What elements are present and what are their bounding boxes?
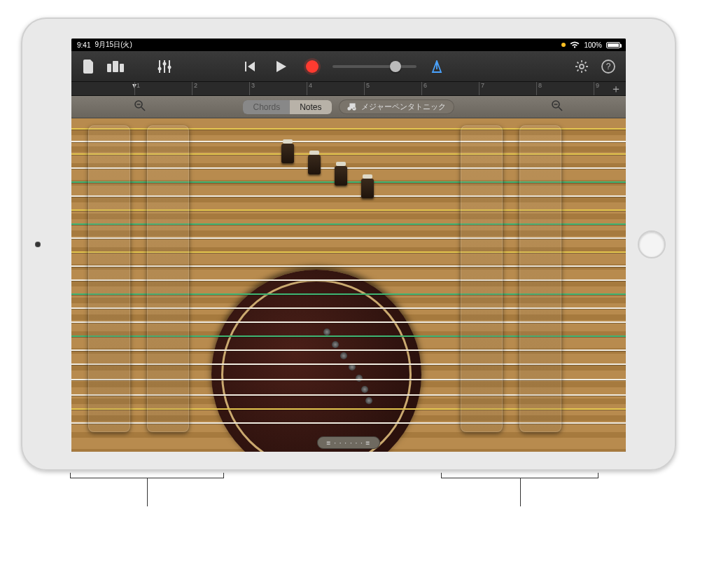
string-bridge <box>335 166 347 186</box>
string-bridge <box>281 144 294 163</box>
svg-point-5 <box>168 65 172 69</box>
svg-text:?: ? <box>606 62 611 71</box>
ruler-tick: 5 <box>364 82 370 95</box>
note-touch-column-left[interactable] <box>88 125 130 432</box>
metronome-button[interactable] <box>426 56 447 77</box>
svg-rect-0 <box>107 64 111 72</box>
track-controls-button[interactable] <box>154 56 175 77</box>
ruler-tick: 9 <box>594 82 599 95</box>
ruler-tick: 7 <box>479 82 484 95</box>
help-button[interactable]: ? <box>598 56 619 77</box>
svg-line-13 <box>559 107 562 111</box>
ruler-tick: 3 <box>249 82 255 95</box>
tuning-pin <box>332 341 339 348</box>
tuning-pin <box>356 375 363 382</box>
status-time: 9:41 <box>77 41 90 49</box>
svg-point-6 <box>580 64 584 69</box>
record-button[interactable] <box>302 56 323 77</box>
ruler-tick: 1 <box>134 82 140 95</box>
string-bridge <box>361 179 374 198</box>
ruler-tick: 2 <box>192 82 197 95</box>
callout-right-bracket <box>441 478 598 492</box>
settings-button[interactable] <box>571 56 592 77</box>
battery-percentage: 100% <box>584 41 602 49</box>
ruler-tick: 4 <box>307 82 312 95</box>
go-to-beginning-button[interactable] <box>240 56 261 77</box>
tuning-pin <box>340 352 347 359</box>
svg-point-4 <box>163 62 167 65</box>
tremolo-grip-icon: ≡ · · · · · · ≡ <box>327 439 371 447</box>
app-toolbar: ? <box>71 51 626 82</box>
zoom-out-right-button[interactable] <box>552 100 563 114</box>
screen: 9:41 9月15日(火) 100% <box>71 39 626 452</box>
callout-left-bracket <box>70 478 224 492</box>
master-volume-slider[interactable] <box>332 65 416 68</box>
instrument-sub-toolbar: Chords Notes メジャーペンタトニック <box>71 96 626 118</box>
string-bridge <box>308 155 321 174</box>
svg-rect-2 <box>120 64 124 72</box>
svg-rect-1 <box>113 61 118 72</box>
ruler-tick: 8 <box>536 82 542 95</box>
location-indicator-icon <box>561 43 566 47</box>
ipad-camera <box>35 242 41 247</box>
scale-icon <box>347 103 357 111</box>
timeline-ruler[interactable]: ▾ 123456789 ＋ <box>71 82 626 96</box>
tremolo-bar[interactable]: ≡ · · · · · · ≡ <box>317 436 380 449</box>
scale-selector[interactable]: メジャーペンタトニック <box>339 99 454 114</box>
battery-icon <box>606 42 620 48</box>
note-touch-column-left[interactable] <box>147 125 189 432</box>
svg-line-10 <box>141 107 145 111</box>
status-date: 9月15日(火) <box>94 40 132 50</box>
ipad-device-frame: 9:41 9月15日(火) 100% <box>21 18 676 471</box>
wifi-icon <box>570 41 580 48</box>
tuning-pin <box>323 328 330 335</box>
my-songs-button[interactable] <box>78 56 99 77</box>
browser-button[interactable] <box>105 56 126 77</box>
tuning-pin <box>365 397 372 404</box>
status-bar: 9:41 9月15日(火) 100% <box>71 39 626 51</box>
ruler-tick: 6 <box>421 82 427 95</box>
chords-mode-button[interactable]: Chords <box>243 100 290 114</box>
note-touch-column-right[interactable] <box>519 125 561 432</box>
mode-segmented-control: Chords Notes <box>243 100 331 114</box>
svg-point-3 <box>158 67 162 70</box>
ipad-home-button[interactable] <box>638 230 666 258</box>
tuning-pin <box>361 386 368 393</box>
note-touch-column-right[interactable] <box>461 125 503 432</box>
guzheng-instrument-area[interactable]: ≡ · · · · · · ≡ <box>71 118 626 452</box>
volume-thumb[interactable] <box>390 61 401 72</box>
play-button[interactable] <box>271 56 292 77</box>
scale-label: メジャーペンタトニック <box>361 102 446 112</box>
add-section-button[interactable]: ＋ <box>610 82 622 97</box>
zoom-out-left-button[interactable] <box>134 100 146 114</box>
notes-mode-button[interactable]: Notes <box>290 100 331 114</box>
